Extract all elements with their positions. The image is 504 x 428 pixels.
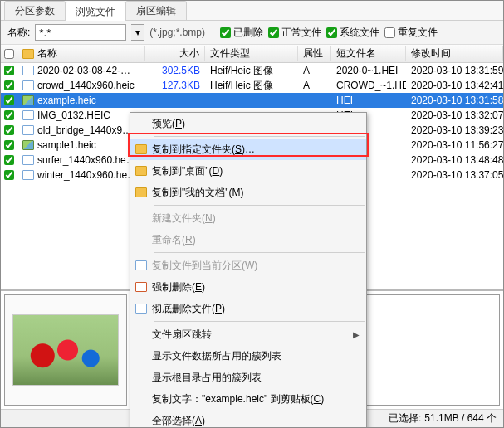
separator [154, 136, 365, 137]
ctx-copy-to-folder[interactable]: 复制到指定文件夹(S)… [130, 139, 366, 160]
filter-system[interactable]: 系统文件 [326, 26, 379, 40]
file-attr: A [298, 80, 331, 91]
file-name: crowd_1440x960.heic [37, 80, 135, 91]
status-value: 51.1MB / 644 个 [424, 411, 497, 426]
ext-hint: (*.jpg;*.bmp) [149, 27, 205, 38]
file-icon [22, 95, 34, 105]
file-type: Heif/Heic 图像 [205, 79, 298, 93]
tab-strip: 分区参数 浏览文件 扇区编辑 [1, 1, 503, 21]
context-menu: 预览(P) 复制到指定文件夹(S)… 复制到"桌面"(D) 复制到"我的文档"(… [130, 112, 367, 428]
ctx-perm-delete[interactable]: 彻底删除文件(P) [130, 298, 366, 319]
file-icon [22, 110, 34, 120]
chevron-down-icon: ▾ [135, 27, 140, 38]
file-mtime: 2020-03-10 13:32:07 [406, 109, 503, 121]
column-headers: 名称 大小 文件类型 属性 短文件名 修改时间 [1, 45, 503, 63]
file-type: Heif/Heic 图像 [205, 64, 298, 78]
ctx-force-delete[interactable]: 强制删除(E) [130, 276, 366, 298]
col-name[interactable]: 名称 [17, 46, 145, 61]
file-mtime: 2020-03-10 13:48:48 [406, 154, 503, 166]
file-name: example.heic [37, 95, 96, 106]
file-short: 2020-0~1.HEI [331, 65, 406, 76]
file-short: HEI [331, 95, 406, 106]
filter-normal[interactable]: 正常文件 [268, 26, 321, 40]
thumbnail-pane [4, 294, 127, 406]
row-checkbox[interactable] [4, 80, 14, 90]
filter-repeat[interactable]: 重复文件 [384, 26, 438, 40]
ctx-copy-to-docs[interactable]: 复制到"我的文档"(M) [130, 182, 366, 203]
filter-deleted[interactable]: 已删除 [220, 26, 263, 40]
row-checkbox[interactable] [4, 66, 14, 75]
tab-sector-edit[interactable]: 扇区编辑 [125, 1, 187, 20]
separator [154, 205, 365, 206]
file-mtime: 2020-03-10 13:37:05 [406, 169, 503, 181]
ctx-show-root-cluster[interactable]: 显示根目录占用的簇列表 [130, 367, 366, 388]
file-short: CROWD_~1.HEI [331, 80, 406, 91]
col-size[interactable]: 大小 [145, 46, 205, 61]
file-name: old_bridge_1440x9… [37, 124, 132, 136]
ctx-copy-name[interactable]: 复制文字："example.heic" 到剪贴板(C) [130, 388, 366, 410]
tab-browse-files[interactable]: 浏览文件 [65, 2, 126, 21]
folder-icon [130, 187, 152, 197]
col-shortname[interactable]: 短文件名 [331, 46, 406, 61]
file-name: sample1.heic [37, 139, 96, 151]
ctx-new-folder: 新建文件夹(N) [130, 207, 366, 229]
file-attr: A [298, 65, 331, 76]
folder-icon [22, 49, 34, 59]
file-icon [22, 80, 34, 90]
file-icon [22, 170, 34, 180]
folder-icon [130, 166, 152, 176]
file-icon [22, 140, 34, 150]
file-name: IMG_0132.HEIC [37, 109, 110, 121]
file-icon [22, 66, 34, 75]
name-filter-dropdown[interactable]: ▾ [131, 24, 144, 41]
col-check[interactable] [1, 46, 17, 61]
ctx-select-all[interactable]: 全部选择(A) [130, 410, 366, 428]
file-mtime: 2020-03-10 13:42:41 [406, 80, 503, 91]
col-type[interactable]: 文件类型 [205, 46, 298, 61]
file-mtime: 2020-03-10 13:31:58 [406, 95, 503, 106]
tab-partition-params[interactable]: 分区参数 [4, 1, 66, 20]
col-mtime[interactable]: 修改时间 [406, 46, 503, 61]
thumbnail-image [12, 314, 119, 386]
file-mtime: 2020-03-10 13:31:59 [406, 65, 503, 76]
file-icon [22, 155, 34, 165]
row-checkbox[interactable] [4, 140, 14, 150]
file-mtime: 2020-03-10 13:39:23 [406, 124, 503, 136]
filter-bar: 名称: ▾ (*.jpg;*.bmp) 已删除 正常文件 系统文件 重复文件 [1, 21, 503, 45]
page-red-icon [130, 282, 152, 292]
ctx-preview[interactable]: 预览(P) [130, 113, 366, 134]
page-icon [130, 260, 152, 270]
page-icon [130, 304, 152, 314]
row-checkbox[interactable] [4, 155, 14, 165]
submenu-arrow-icon: ▶ [353, 330, 360, 339]
status-label: 已选择: [389, 411, 421, 426]
file-name: winter_1440x960.he… [37, 169, 137, 181]
ctx-show-cluster[interactable]: 显示文件数据所占用的簇列表 [130, 345, 366, 367]
name-filter-input[interactable] [35, 24, 126, 41]
file-size: 127.3KB [145, 80, 205, 91]
col-attr[interactable]: 属性 [298, 46, 331, 61]
row-checkbox[interactable] [4, 110, 14, 120]
file-name: surfer_1440x960.he… [37, 154, 136, 166]
row-checkbox[interactable] [4, 95, 14, 105]
name-filter-label: 名称: [7, 26, 30, 40]
separator [154, 321, 365, 322]
separator [154, 252, 365, 253]
ctx-sector-jump[interactable]: 文件扇区跳转 ▶ [130, 323, 366, 345]
ctx-copy-to-desktop[interactable]: 复制到"桌面"(D) [130, 160, 366, 182]
row-checkbox[interactable] [4, 125, 14, 135]
table-row[interactable]: example.heicHEI2020-03-10 13:31:58 [1, 93, 503, 108]
file-icon [22, 125, 34, 135]
row-checkbox[interactable] [4, 170, 14, 180]
ctx-restore-copy: 复制文件到当前分区(W) [130, 255, 366, 276]
table-row[interactable]: 2020-02-03-08-42-…302.5KBHeif/Heic 图像A20… [1, 63, 503, 78]
table-row[interactable]: crowd_1440x960.heic127.3KBHeif/Heic 图像AC… [1, 78, 503, 93]
file-size: 302.5KB [145, 65, 205, 76]
ctx-rename: 重命名(R) [130, 229, 366, 250]
file-name: 2020-02-03-08-42-… [37, 65, 130, 76]
folder-arrow-icon [130, 144, 152, 154]
file-mtime: 2020-03-10 11:56:27 [406, 139, 503, 151]
